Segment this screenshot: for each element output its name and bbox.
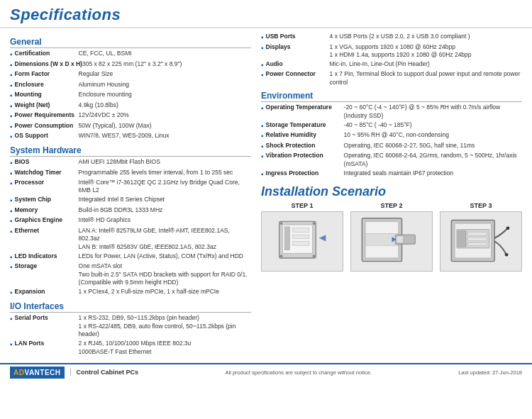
svg-rect-15 — [397, 236, 403, 242]
list-item: ▪Serial Ports1 x RS-232, DB9, 50~115.2kb… — [10, 314, 251, 338]
installation-title: Installation Scenario — [261, 184, 522, 199]
svg-marker-6 — [318, 235, 325, 241]
list-item: ▪USB Ports4 x USB Ports (2 x USB 2.0, 2 … — [261, 33, 522, 42]
environment-spec-list: ▪Operating Temperature-20 ~ 60°C (-4 ~ 1… — [261, 104, 522, 178]
spec-label: Watchdog Timer — [15, 169, 79, 178]
list-item: ▪Power Requirements12V/24VDC ± 20% — [10, 111, 251, 121]
list-item: ▪Vibration ProtectionOperating, IEC 6006… — [261, 152, 522, 168]
spec-label: Ingress Protection — [266, 169, 344, 179]
spec-label: Vibration Protection — [266, 152, 344, 168]
spec-value: -40 ~ 85°C ( -40 ~ 185°F) — [344, 121, 522, 130]
bullet-icon: ▪ — [10, 179, 13, 195]
spec-value: Integrated Intel 8 Series Chipset — [79, 196, 251, 205]
spec-label: Graphics Engine — [15, 216, 79, 225]
bullet-icon: ▪ — [10, 50, 13, 59]
bullet-icon: ▪ — [10, 70, 13, 79]
bullet-icon: ▪ — [261, 121, 264, 130]
spec-value: 4 x USB Ports (2 x USB 2.0, 2 x USB 3.0 … — [330, 33, 522, 42]
spec-value: 50W (Typical), 100W (Max) — [79, 122, 251, 131]
section-title-i/o-interfaces: I/O Interfaces — [10, 301, 251, 313]
list-item: ▪Shock ProtectionOperating, IEC 60068-2-… — [261, 142, 522, 151]
list-item: ▪EthernetLAN A: Intel® 82579LM GbE, Inte… — [10, 227, 251, 251]
spec-value: 4.9kg (10.8lbs) — [79, 101, 251, 111]
advantech-logo: ADVANTECH — [10, 367, 65, 379]
list-item: ▪MountingEnclosure mounting — [10, 91, 251, 100]
list-item: ▪OS SupportWIN7/8, WES7, WES-2009, Linux — [10, 132, 251, 141]
bullet-icon: ▪ — [10, 122, 13, 131]
bullet-icon: ▪ — [10, 158, 13, 167]
spec-label: Ethernet — [15, 227, 79, 251]
spec-list: ▪BIOSAMI UEFI 128Mbit Flash BIOS▪Watchdo… — [10, 158, 251, 297]
spec-value: Mic-in, Line-In, Line-Out (Pin Header) — [330, 60, 522, 69]
list-item: ▪Dimensions (W x D x H)305 x 82 x 225 mm… — [10, 60, 251, 69]
list-item: ▪Expansion1 x PCIex4, 2 x Full-size mPCI… — [10, 288, 251, 297]
spec-value: 10 ~ 95% RH @ 40°C, non-condensing — [344, 131, 522, 140]
spec-label: Serial Ports — [15, 314, 79, 338]
spec-value: 12V/24VDC ± 20% — [79, 111, 251, 121]
spec-value: WIN7/8, WES7, WES-2009, Linux — [79, 132, 251, 141]
list-item: ▪Form FactorRegular Size — [10, 70, 251, 79]
spec-value: CE, FCC, UL, BSMI — [79, 50, 251, 59]
list-item: ▪EnclosureAluminum Housing — [10, 81, 251, 90]
spec-label: Processor — [15, 179, 79, 195]
spec-label: OS Support — [15, 132, 79, 141]
spec-label: Relative Humidity — [266, 131, 344, 140]
bullet-icon: ▪ — [10, 111, 13, 121]
list-item: ▪Storage Temperature-40 ~ 85°C ( -40 ~ 1… — [261, 121, 522, 130]
step-label: STEP 1 — [261, 202, 343, 209]
bullet-icon: ▪ — [10, 262, 13, 286]
list-item: ▪CertificationCE, FCC, UL, BSMI — [10, 50, 251, 59]
spec-label: Memory — [15, 206, 79, 216]
spec-value: 1 x 7 Pin, Terminal Block to support dua… — [330, 70, 522, 86]
environment-title: Environment — [261, 91, 522, 102]
list-item: ▪LED IndicatorsLEDs for Power, LAN (Acti… — [10, 252, 251, 262]
list-item: ▪Watchdog TimerProgrammable 255 levels t… — [10, 169, 251, 178]
spec-value: One mSATA slot Two built-in 2.5" SATA HD… — [79, 262, 251, 286]
bullet-icon: ▪ — [10, 252, 13, 262]
page-header: Specifications — [0, 0, 532, 28]
step-image-2 — [350, 211, 433, 272]
logo-highlight: AD — [13, 369, 24, 376]
step-image-3 — [440, 211, 522, 272]
step-image-1 — [261, 211, 343, 272]
spec-label: System Chip — [15, 196, 79, 205]
spec-value: 1 x PCIex4, 2 x Full-size mPCIe, 1 x hal… — [79, 288, 251, 297]
spec-label: Enclosure — [15, 81, 79, 90]
step-label: STEP 2 — [350, 202, 433, 209]
bullet-icon: ▪ — [10, 81, 13, 90]
footer-product: Control Cabinet PCs — [70, 369, 139, 376]
spec-label: LAN Ports — [15, 340, 79, 356]
spec-value: LAN A: Intel® 82579LM GbE, Intel® AMT, I… — [79, 227, 251, 251]
list-item: ▪AudioMic-in, Line-In, Line-Out (Pin Hea… — [261, 60, 522, 69]
bullet-icon: ▪ — [10, 91, 13, 100]
bullet-icon: ▪ — [10, 132, 13, 141]
spec-value: Operating, IEC 60068-2-64, 2Grms, random… — [344, 152, 522, 168]
spec-list: ▪Serial Ports1 x RS-232, DB9, 50~115.2kb… — [10, 314, 251, 356]
bullet-icon: ▪ — [10, 340, 13, 356]
step-label: STEP 3 — [440, 202, 522, 209]
bullet-icon: ▪ — [261, 152, 264, 168]
spec-value: 1 x VGA, supports 1920 x 1080 @ 60Hz 24b… — [330, 43, 522, 60]
bullet-icon: ▪ — [261, 60, 264, 69]
spec-value: Intel® HD Graphics — [79, 216, 251, 225]
spec-label: Power Consumption — [15, 122, 79, 131]
svg-point-24 — [506, 226, 509, 230]
spec-label: LED Indicators — [15, 252, 79, 262]
spec-value: Regular Size — [79, 70, 251, 79]
svg-rect-2 — [284, 227, 290, 250]
list-item: ▪System ChipIntegrated Intel 8 Series Ch… — [10, 196, 251, 205]
svg-point-25 — [504, 253, 508, 257]
list-item: ▪Ingress ProtectionIntegrated seals main… — [261, 169, 522, 179]
spec-label: Displays — [266, 43, 330, 60]
spec-value: Operating, IEC 60068-2-27, 50G, half sin… — [344, 142, 522, 151]
list-item: ▪Power Connector1 x 7 Pin, Terminal Bloc… — [261, 70, 522, 86]
bullet-icon: ▪ — [10, 206, 13, 216]
spec-value: Aluminum Housing — [79, 81, 251, 90]
bullet-icon: ▪ — [10, 196, 13, 205]
spec-label: Expansion — [15, 288, 79, 297]
bullet-icon: ▪ — [10, 169, 13, 178]
bullet-icon: ▪ — [10, 60, 13, 69]
spec-label: Mounting — [15, 91, 79, 100]
spec-value: 2 x RJ45, 10/100/1000 Mbps IEEE 802.3u 1… — [79, 340, 251, 356]
spec-list: ▪CertificationCE, FCC, UL, BSMI▪Dimensio… — [10, 50, 251, 141]
